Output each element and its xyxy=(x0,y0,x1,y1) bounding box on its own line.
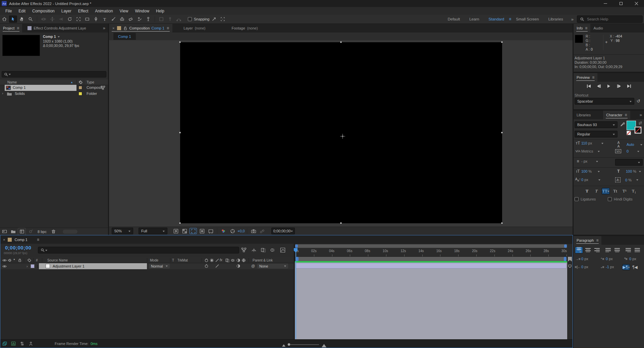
camera-tool[interactable] xyxy=(74,15,83,23)
magnification-select[interactable]: 50% xyxy=(112,228,133,234)
handle-top-right[interactable] xyxy=(501,41,503,43)
time-navigator[interactable] xyxy=(295,244,567,248)
panel-menu-icon[interactable]: ≡ xyxy=(37,237,39,242)
panel-menu-icon[interactable]: ≡ xyxy=(585,26,587,31)
index-column-label[interactable]: # xyxy=(36,258,38,262)
zoom-out-icon[interactable] xyxy=(282,343,285,347)
handle-bottom-left[interactable] xyxy=(179,222,181,224)
layer-adjustment-icon[interactable] xyxy=(236,264,240,269)
align-left-button[interactable] xyxy=(575,247,583,253)
add-marker-icon[interactable] xyxy=(568,264,572,268)
tab-project[interactable]: Project ≡ xyxy=(0,24,22,33)
trash-icon[interactable] xyxy=(50,228,58,235)
left-to-right-button[interactable]: ▶¶ xyxy=(623,264,630,270)
t-column[interactable]: T xyxy=(172,258,174,262)
justify-last-center-button[interactable] xyxy=(613,247,621,253)
previous-frame-button[interactable] xyxy=(595,83,602,89)
eraser-tool[interactable] xyxy=(127,15,135,23)
pickwhip-icon[interactable]: @ xyxy=(251,264,255,268)
snapping-control[interactable]: Snapping xyxy=(188,17,210,21)
anchor-point-icon[interactable] xyxy=(340,134,345,139)
indent-first-line-field[interactable]: *≡ 0px xyxy=(623,257,636,261)
frame-blending-icon[interactable] xyxy=(261,247,266,253)
time-ruler[interactable]: 0s02s 04s06s 08s10s 12s14s 16s18s 20s22s… xyxy=(295,248,567,257)
project-row-comp1[interactable]: Comp 1 Composit xyxy=(0,85,108,91)
handle-mid-right[interactable] xyxy=(501,132,503,133)
search-options-icon[interactable] xyxy=(45,250,47,252)
justify-all-button[interactable] xyxy=(633,247,641,253)
shortcut-select[interactable]: Spacebar xyxy=(575,98,634,105)
tab-audio[interactable]: Audio xyxy=(590,24,606,33)
type-tool[interactable]: T xyxy=(101,15,109,23)
composition-canvas[interactable] xyxy=(180,42,502,223)
guides-icon[interactable] xyxy=(207,228,214,234)
new-composition-icon[interactable] xyxy=(18,228,26,235)
blend-mode-select[interactable]: Normal xyxy=(149,264,170,269)
layer-row-adjustment-layer-1[interactable]: › 1 Adjustment Layer 1 Normal @ None xyxy=(0,263,294,269)
mask-visibility-icon[interactable] xyxy=(198,228,206,234)
eyedropper-icon[interactable] xyxy=(620,122,626,127)
label-color-swatch[interactable] xyxy=(78,92,82,96)
menu-window[interactable]: Window xyxy=(131,9,153,13)
dropdown-icon[interactable] xyxy=(596,161,598,163)
dropdown-icon[interactable] xyxy=(636,179,638,182)
layer-expand-icon[interactable]: › xyxy=(26,264,28,268)
zoom-slider-track[interactable] xyxy=(288,344,319,345)
selection-tool[interactable] xyxy=(9,15,17,23)
parent-link-column[interactable]: Parent & Link xyxy=(253,258,273,262)
navigator-end-handle[interactable] xyxy=(564,244,567,248)
workspace-learn[interactable]: Learn xyxy=(465,17,484,21)
hindi-digits-checkbox[interactable] xyxy=(608,197,612,201)
play-button[interactable] xyxy=(605,83,612,89)
stroke-width-field[interactable]: ≡ -px xyxy=(575,159,598,164)
workspace-overflow-icon[interactable]: » xyxy=(571,17,574,22)
project-row-solids[interactable]: › Solids Folder xyxy=(0,91,108,97)
superscript-button[interactable]: T¹ xyxy=(621,188,629,194)
right-to-left-button[interactable]: ¶◀ xyxy=(631,264,639,270)
zoom-slider-knob[interactable] xyxy=(287,343,290,346)
expand-icon[interactable]: › xyxy=(2,91,3,95)
timeline-search[interactable] xyxy=(38,247,239,253)
quality-switch-icon[interactable] xyxy=(215,258,219,263)
panel-menu-icon[interactable]: ≡ xyxy=(596,238,598,243)
show-snapshot-icon[interactable] xyxy=(259,228,266,234)
handle-bottom-right[interactable] xyxy=(501,222,503,224)
puppet-pin-tool[interactable] xyxy=(144,15,152,23)
next-frame-button[interactable] xyxy=(615,83,622,89)
puppet-status-icon[interactable] xyxy=(27,340,35,347)
baseline-shift-field[interactable]: Aa↑ 0px xyxy=(575,177,600,182)
indent-left-field[interactable]: →≡ 0px xyxy=(575,257,588,261)
label-color-swatch[interactable] xyxy=(78,86,82,90)
dropdown-icon[interactable] xyxy=(598,171,600,173)
item-dropdown-icon[interactable] xyxy=(58,36,60,39)
dropdown-icon[interactable] xyxy=(640,144,642,147)
menu-animation[interactable]: Animation xyxy=(92,9,116,13)
swap-fill-stroke-icon[interactable] xyxy=(638,121,643,125)
3d-layer-switch-icon[interactable] xyxy=(241,258,246,263)
navigator-thumb[interactable] xyxy=(295,244,567,248)
layer-visibility-eye-icon[interactable] xyxy=(2,265,7,268)
region-of-interest-icon[interactable] xyxy=(190,228,197,234)
timeline-search-input[interactable] xyxy=(47,247,236,253)
proxy-icon[interactable] xyxy=(9,340,17,347)
handle-bottom-center[interactable] xyxy=(340,222,342,224)
rotation-tool[interactable] xyxy=(66,15,74,23)
minimize-button[interactable] xyxy=(598,0,613,7)
mini-flowchart-icon[interactable] xyxy=(241,247,247,253)
close-button[interactable] xyxy=(629,0,644,7)
trkmat-column[interactable]: TrkMat xyxy=(177,258,188,262)
menu-help[interactable]: Help xyxy=(153,9,168,13)
dropdown-icon[interactable] xyxy=(598,151,600,153)
panel-menu-icon[interactable]: ≡ xyxy=(167,26,169,31)
close-tab-icon[interactable]: × xyxy=(112,26,114,30)
maximize-button[interactable] xyxy=(613,0,629,7)
viewer-stage[interactable] xyxy=(109,40,573,227)
justify-last-right-button[interactable] xyxy=(624,247,632,253)
menu-file[interactable]: File xyxy=(2,9,15,13)
reset-icon[interactable]: ↺ xyxy=(637,99,640,104)
interpret-footage-icon[interactable] xyxy=(0,228,8,235)
dropdown-icon[interactable] xyxy=(598,179,600,182)
orbit-camera-tool[interactable] xyxy=(40,15,48,23)
tab-libraries[interactable]: Libraries xyxy=(574,111,594,119)
font-family-select[interactable]: Bauhaus 93 xyxy=(575,121,618,128)
